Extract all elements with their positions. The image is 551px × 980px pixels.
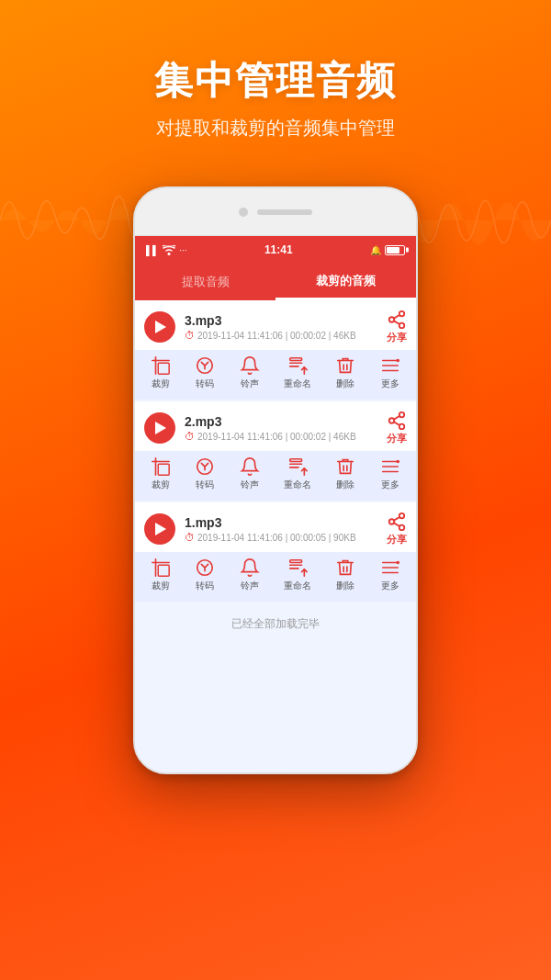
action-bar-3: 裁剪 转码 铃声 重命名 — [135, 552, 416, 602]
file-item-1: 3.mp3 ⏱ 2019-11-04 11:41:06 | 00:00:02 |… — [135, 300, 416, 400]
file-main-3: 1.mp3 ⏱ 2019-11-04 11:41:06 | 00:00:05 |… — [135, 502, 416, 552]
share-button-3[interactable]: 分享 — [387, 512, 407, 546]
action-ringtone-1[interactable]: 铃声 — [240, 355, 260, 390]
action-transcode-3[interactable]: 转码 — [195, 558, 215, 592]
phone-mockup: ▌▌ ··· 11:41 🔔 提取音频 — [0, 186, 551, 774]
play-button-3[interactable] — [144, 513, 175, 545]
action-ringtone-label-1: 铃声 — [241, 377, 259, 390]
file-meta-2: ⏱ 2019-11-04 11:41:06 | 00:00:02 | 46KB — [185, 431, 377, 442]
tab-extracted-audio[interactable]: 提取音频 — [135, 264, 276, 300]
action-rename-1[interactable]: 重命名 — [284, 355, 311, 390]
action-transcode-label-2: 转码 — [196, 479, 214, 491]
file-info-2: 2.mp3 ⏱ 2019-11-04 11:41:06 | 00:00:02 |… — [185, 414, 377, 442]
action-delete-label-2: 删除 — [336, 479, 354, 491]
file-item-2: 2.mp3 ⏱ 2019-11-04 11:41:06 | 00:00:02 |… — [135, 401, 416, 501]
action-ringtone-3[interactable]: 铃声 — [240, 558, 260, 592]
sub-title: 对提取和裁剪的音频集中管理 — [0, 116, 551, 141]
file-info-1: 3.mp3 ⏱ 2019-11-04 11:41:06 | 00:00:02 |… — [185, 313, 377, 341]
svg-rect-44 — [158, 565, 169, 576]
play-button-2[interactable] — [144, 412, 175, 444]
action-cut-label-3: 裁剪 — [152, 580, 170, 592]
play-triangle-3 — [155, 523, 166, 535]
title-section: 集中管理音频 对提取和裁剪的音频集中管理 — [0, 0, 551, 159]
svg-rect-11 — [290, 358, 302, 361]
action-rename-3[interactable]: 重命名 — [284, 558, 311, 592]
tab-cropped-audio[interactable]: 裁剪的音频 — [276, 264, 416, 300]
action-delete-label-1: 删除 — [336, 377, 354, 390]
phone-bezel — [135, 188, 416, 236]
action-more-3[interactable]: 更多 — [380, 558, 400, 592]
action-transcode-label-3: 转码 — [196, 580, 214, 592]
action-more-label-3: 更多 — [381, 580, 399, 592]
battery-icon — [385, 245, 405, 255]
svg-rect-47 — [290, 560, 302, 563]
notification-icon: 🔔 — [370, 245, 381, 255]
action-more-label-2: 更多 — [381, 479, 399, 491]
svg-point-36 — [396, 460, 399, 464]
file-item-3: 1.mp3 ⏱ 2019-11-04 11:41:06 | 00:00:05 |… — [135, 502, 416, 602]
file-meta-3: ⏱ 2019-11-04 11:41:06 | 00:00:05 | 90KB — [185, 532, 377, 543]
clock-icon-3: ⏱ — [185, 532, 195, 543]
play-triangle-2 — [155, 422, 166, 434]
action-cut-1[interactable]: 裁剪 — [151, 355, 171, 390]
svg-line-5 — [394, 315, 399, 319]
file-name-2: 2.mp3 — [185, 414, 377, 429]
svg-point-0 — [168, 253, 171, 255]
status-time: 11:41 — [264, 243, 293, 256]
svg-line-4 — [394, 321, 399, 324]
share-button-1[interactable]: 分享 — [387, 310, 407, 344]
action-delete-2[interactable]: 删除 — [335, 456, 355, 491]
svg-line-41 — [394, 517, 399, 521]
share-label-3: 分享 — [387, 533, 407, 546]
action-transcode-2[interactable]: 转码 — [195, 456, 215, 491]
file-main-2: 2.mp3 ⏱ 2019-11-04 11:41:06 | 00:00:02 |… — [135, 401, 416, 451]
play-triangle-1 — [155, 321, 166, 333]
action-rename-label-2: 重命名 — [284, 479, 311, 491]
action-ringtone-label-2: 铃声 — [241, 479, 259, 491]
action-delete-label-3: 删除 — [336, 580, 354, 592]
status-right: 🔔 — [370, 245, 405, 255]
svg-point-18 — [396, 359, 399, 363]
svg-rect-26 — [158, 464, 169, 475]
action-more-label-1: 更多 — [381, 377, 399, 390]
file-name-1: 3.mp3 — [185, 313, 377, 328]
content-area: 3.mp3 ⏱ 2019-11-04 11:41:06 | 00:00:02 |… — [135, 300, 416, 772]
action-cut-label-1: 裁剪 — [152, 377, 170, 390]
svg-point-54 — [396, 561, 399, 565]
action-more-2[interactable]: 更多 — [380, 456, 400, 491]
battery-fill — [387, 247, 399, 253]
share-label-2: 分享 — [387, 432, 407, 445]
clock-icon-2: ⏱ — [185, 431, 195, 442]
action-cut-3[interactable]: 裁剪 — [151, 558, 171, 592]
action-rename-label-1: 重命名 — [284, 377, 311, 390]
share-label-1: 分享 — [387, 331, 407, 344]
action-transcode-label-1: 转码 — [196, 377, 214, 390]
svg-line-22 — [394, 422, 399, 425]
file-info-3: 1.mp3 ⏱ 2019-11-04 11:41:06 | 00:00:05 |… — [185, 515, 377, 543]
action-more-1[interactable]: 更多 — [380, 355, 400, 390]
action-transcode-1[interactable]: 转码 — [195, 355, 215, 390]
dots-indicator: ··· — [179, 245, 186, 255]
status-bar: ▌▌ ··· 11:41 🔔 — [135, 236, 416, 264]
clock-icon-1: ⏱ — [185, 330, 195, 341]
action-delete-1[interactable]: 删除 — [335, 355, 355, 390]
tab-bar: 提取音频 裁剪的音频 — [135, 264, 416, 300]
main-title: 集中管理音频 — [0, 55, 551, 107]
svg-line-23 — [394, 416, 399, 420]
action-rename-2[interactable]: 重命名 — [284, 456, 311, 491]
status-left: ▌▌ ··· — [146, 245, 187, 255]
camera-dot — [239, 208, 248, 217]
svg-line-40 — [394, 523, 399, 526]
play-button-1[interactable] — [144, 311, 175, 343]
file-main-1: 3.mp3 ⏱ 2019-11-04 11:41:06 | 00:00:02 |… — [135, 300, 416, 350]
file-meta-1: ⏱ 2019-11-04 11:41:06 | 00:00:02 | 46KB — [185, 330, 377, 341]
share-button-2[interactable]: 分享 — [387, 411, 407, 445]
action-ringtone-2[interactable]: 铃声 — [240, 456, 260, 491]
action-cut-2[interactable]: 裁剪 — [151, 456, 171, 491]
wifi-icon — [163, 245, 175, 255]
svg-rect-8 — [158, 363, 169, 374]
phone-body: ▌▌ ··· 11:41 🔔 提取音频 — [133, 186, 418, 774]
action-delete-3[interactable]: 删除 — [335, 558, 355, 592]
svg-rect-29 — [290, 459, 302, 462]
file-name-3: 1.mp3 — [185, 515, 377, 530]
